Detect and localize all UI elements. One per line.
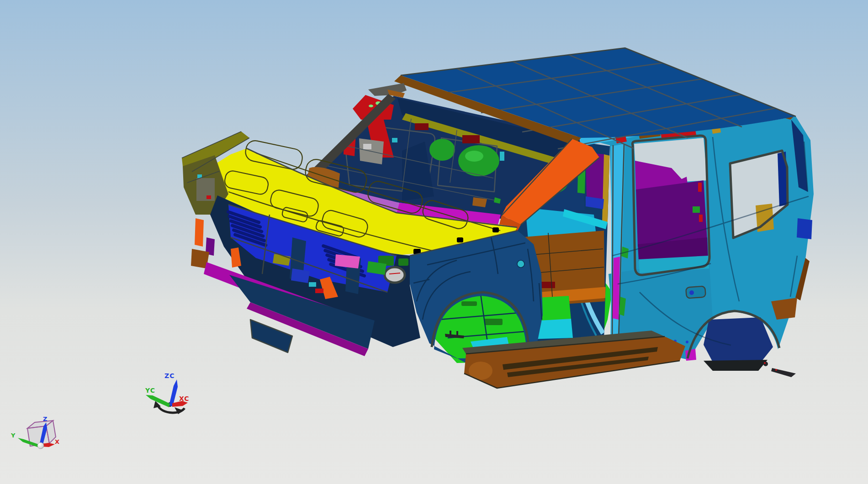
view-y-label: Y [11,432,16,439]
wcs-z-label: ZC [164,372,175,379]
viewport-canvas[interactable]: ZC YC XC Z Y X [0,0,868,484]
view-triad-origin [37,442,44,449]
body-side-panel[interactable] [579,108,814,371]
wcs-x-label: XC [179,395,190,402]
view-x-label: X [55,438,59,445]
view-z-label: Z [43,416,47,422]
cad-viewport[interactable]: ZC YC XC Z Y X [0,0,868,484]
rear-door-window[interactable] [632,136,709,275]
wcs-y-label: YC [145,387,155,394]
door-handle[interactable] [686,286,706,299]
